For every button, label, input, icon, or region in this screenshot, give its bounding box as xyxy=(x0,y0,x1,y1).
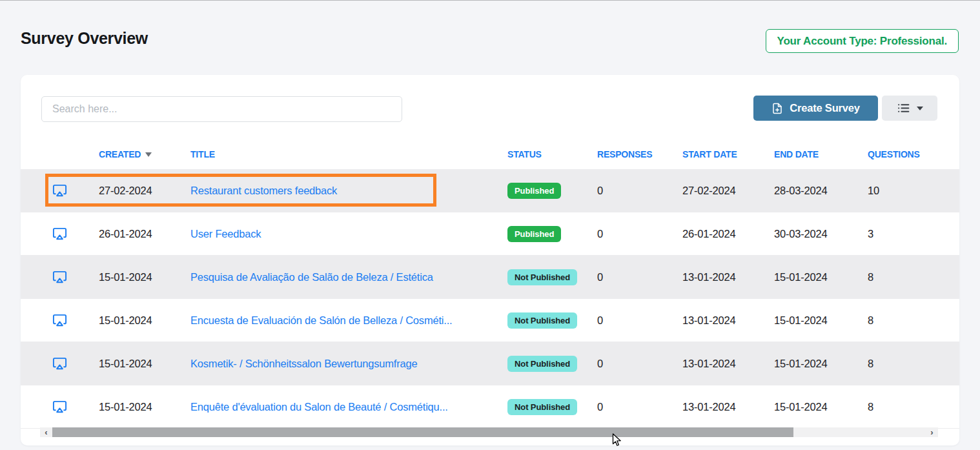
table-row: 15-01-2024 Encuesta de Evaluación de Sal… xyxy=(21,299,959,342)
horizontal-scrollbar[interactable]: ‹ › xyxy=(40,427,938,437)
scroll-left-button[interactable]: ‹ xyxy=(40,427,52,437)
view-mode-dropdown[interactable] xyxy=(882,96,937,121)
start-date: 13-01-2024 xyxy=(682,358,774,370)
end-date: 15-01-2024 xyxy=(774,401,868,413)
end-date: 15-01-2024 xyxy=(774,358,868,370)
search-input[interactable] xyxy=(41,96,402,122)
table-row: 15-01-2024 Pesquisa de Avaliação de Salã… xyxy=(21,256,959,299)
column-header-start-date[interactable]: START DATE xyxy=(682,149,774,159)
page-title: Survey Overview xyxy=(21,29,148,48)
status-badge: Not Published xyxy=(507,269,577,285)
survey-title-link[interactable]: Pesquisa de Avaliação de Salão de Beleza… xyxy=(190,271,433,283)
start-date: 13-01-2024 xyxy=(682,401,774,413)
status-badge: Not Published xyxy=(507,356,577,372)
responses-count: 0 xyxy=(597,271,682,283)
survey-title-link[interactable]: Kosmetik- / Schönheitssalon Bewertungsum… xyxy=(190,358,417,369)
status-badge: Published xyxy=(507,226,561,242)
table-row: 26-01-2024 User Feedback Published 0 26-… xyxy=(21,212,959,256)
open-survey-button[interactable] xyxy=(52,313,67,328)
account-type-badge: Your Account Type: Professional. xyxy=(766,29,959,53)
airplay-icon xyxy=(52,356,67,371)
scrollbar-track[interactable] xyxy=(793,427,926,437)
survey-title-link[interactable]: Encuesta de Evaluación de Salón de Belle… xyxy=(190,314,452,326)
status-badge: Not Published xyxy=(507,312,577,329)
column-header-responses[interactable]: RESPONSES xyxy=(597,149,682,159)
start-date: 27-02-2024 xyxy=(682,185,774,197)
column-header-created[interactable]: CREATED xyxy=(99,149,190,159)
end-date: 15-01-2024 xyxy=(774,314,868,327)
column-header-questions[interactable]: QUESTIONS xyxy=(868,149,959,159)
survey-table-card: Create Survey CREATED TITLE STATUS RESPO… xyxy=(21,75,959,445)
table-row: 27-02-2024 Restaurant customers feedback… xyxy=(21,169,959,212)
column-header-end-date[interactable]: END DATE xyxy=(774,149,868,159)
responses-count: 0 xyxy=(597,314,682,327)
open-survey-button[interactable] xyxy=(52,227,67,241)
table-row: 15-01-2024 Enquête d'évaluation du Salon… xyxy=(21,385,959,429)
created-date: 15-01-2024 xyxy=(99,401,190,413)
airplay-icon xyxy=(52,270,67,285)
status-badge: Not Published xyxy=(507,399,577,415)
create-survey-label: Create Survey xyxy=(790,102,859,114)
table-header-row: CREATED TITLE STATUS RESPONSES START DAT… xyxy=(21,139,959,169)
column-header-status[interactable]: STATUS xyxy=(507,149,597,159)
survey-overview-page: Survey Overview Your Account Type: Profe… xyxy=(0,0,980,450)
created-date: 26-01-2024 xyxy=(99,228,190,240)
airplay-icon xyxy=(52,183,67,198)
airplay-icon xyxy=(52,313,67,328)
end-date: 28-03-2024 xyxy=(774,185,868,197)
questions-count: 8 xyxy=(868,271,959,283)
responses-count: 0 xyxy=(597,228,682,240)
airplay-icon xyxy=(52,227,67,241)
responses-count: 0 xyxy=(597,358,682,370)
scroll-right-button[interactable]: › xyxy=(926,427,938,437)
survey-title-link[interactable]: Restaurant customers feedback xyxy=(190,185,337,196)
created-date: 15-01-2024 xyxy=(99,314,190,327)
sort-desc-icon xyxy=(145,152,152,157)
start-date: 13-01-2024 xyxy=(682,271,774,283)
open-survey-button[interactable] xyxy=(52,270,67,285)
start-date: 26-01-2024 xyxy=(682,228,774,240)
chevron-down-icon xyxy=(917,107,923,110)
open-survey-button[interactable] xyxy=(52,400,67,414)
start-date: 13-01-2024 xyxy=(682,314,774,327)
table-row: 15-01-2024 Kosmetik- / Schönheitssalon B… xyxy=(21,342,959,385)
status-badge: Published xyxy=(507,183,561,199)
scrollbar-thumb[interactable] xyxy=(52,427,793,437)
list-icon xyxy=(897,101,910,115)
responses-count: 0 xyxy=(597,401,682,413)
created-date: 15-01-2024 xyxy=(99,358,190,370)
questions-count: 8 xyxy=(868,401,959,413)
questions-count: 10 xyxy=(868,185,959,197)
created-date: 27-02-2024 xyxy=(99,185,190,197)
end-date: 15-01-2024 xyxy=(774,271,868,283)
survey-title-link[interactable]: Enquête d'évaluation du Salon de Beauté … xyxy=(190,401,448,413)
questions-count: 8 xyxy=(868,314,959,327)
responses-count: 0 xyxy=(597,185,682,197)
end-date: 30-03-2024 xyxy=(774,228,868,240)
questions-count: 8 xyxy=(868,358,959,370)
created-date: 15-01-2024 xyxy=(99,271,190,283)
create-survey-button[interactable]: Create Survey xyxy=(753,96,878,121)
survey-title-link[interactable]: User Feedback xyxy=(190,228,261,240)
open-survey-button[interactable] xyxy=(52,183,67,198)
airplay-icon xyxy=(52,400,67,414)
questions-count: 3 xyxy=(868,228,959,240)
column-header-created-label: CREATED xyxy=(99,149,141,159)
column-header-title[interactable]: TITLE xyxy=(190,149,507,159)
open-survey-button[interactable] xyxy=(52,356,67,371)
file-plus-icon xyxy=(771,103,783,114)
table-body: 27-02-2024 Restaurant customers feedback… xyxy=(21,169,959,429)
